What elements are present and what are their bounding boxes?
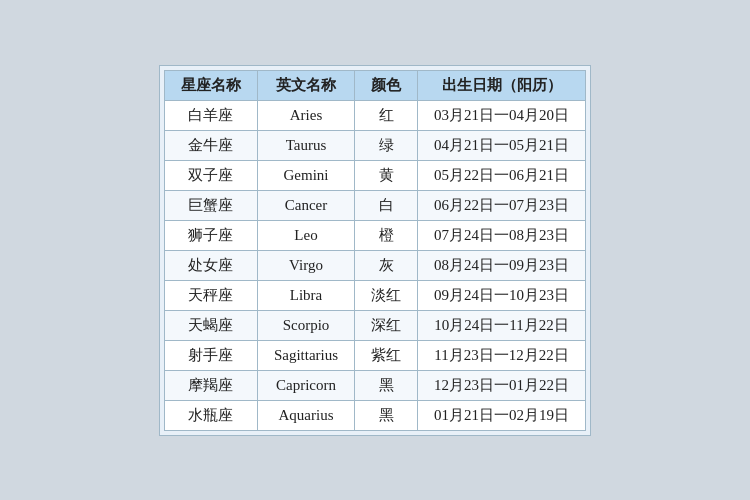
cell-english-name: Sagittarius xyxy=(257,340,354,370)
cell-color: 黄 xyxy=(355,160,418,190)
cell-english-name: Libra xyxy=(257,280,354,310)
table-row: 摩羯座Capricorn黑12月23日一01月22日 xyxy=(164,370,585,400)
cell-dates: 03月21日一04月20日 xyxy=(418,100,586,130)
cell-dates: 10月24日一11月22日 xyxy=(418,310,586,340)
cell-english-name: Capricorn xyxy=(257,370,354,400)
cell-dates: 05月22日一06月21日 xyxy=(418,160,586,190)
cell-english-name: Aquarius xyxy=(257,400,354,430)
cell-color: 绿 xyxy=(355,130,418,160)
cell-english-name: Taurus xyxy=(257,130,354,160)
cell-color: 橙 xyxy=(355,220,418,250)
cell-english-name: Virgo xyxy=(257,250,354,280)
cell-chinese-name: 狮子座 xyxy=(164,220,257,250)
cell-color: 淡红 xyxy=(355,280,418,310)
cell-english-name: Leo xyxy=(257,220,354,250)
header-dates: 出生日期（阳历） xyxy=(418,70,586,100)
table-row: 水瓶座Aquarius黑01月21日一02月19日 xyxy=(164,400,585,430)
cell-color: 红 xyxy=(355,100,418,130)
cell-dates: 08月24日一09月23日 xyxy=(418,250,586,280)
cell-chinese-name: 金牛座 xyxy=(164,130,257,160)
cell-dates: 09月24日一10月23日 xyxy=(418,280,586,310)
cell-color: 深红 xyxy=(355,310,418,340)
cell-english-name: Gemini xyxy=(257,160,354,190)
header-chinese-name: 星座名称 xyxy=(164,70,257,100)
cell-color: 灰 xyxy=(355,250,418,280)
table-row: 巨蟹座Cancer白06月22日一07月23日 xyxy=(164,190,585,220)
zodiac-table: 星座名称 英文名称 颜色 出生日期（阳历） 白羊座Aries红03月21日一04… xyxy=(164,70,586,431)
cell-color: 黑 xyxy=(355,370,418,400)
cell-chinese-name: 摩羯座 xyxy=(164,370,257,400)
cell-color: 黑 xyxy=(355,400,418,430)
cell-chinese-name: 白羊座 xyxy=(164,100,257,130)
cell-chinese-name: 双子座 xyxy=(164,160,257,190)
cell-dates: 11月23日一12月22日 xyxy=(418,340,586,370)
cell-english-name: Aries xyxy=(257,100,354,130)
table-row: 处女座Virgo灰08月24日一09月23日 xyxy=(164,250,585,280)
header-color: 颜色 xyxy=(355,70,418,100)
table-row: 双子座Gemini黄05月22日一06月21日 xyxy=(164,160,585,190)
cell-chinese-name: 巨蟹座 xyxy=(164,190,257,220)
table-row: 天秤座Libra淡红09月24日一10月23日 xyxy=(164,280,585,310)
cell-dates: 01月21日一02月19日 xyxy=(418,400,586,430)
cell-chinese-name: 水瓶座 xyxy=(164,400,257,430)
cell-chinese-name: 天蝎座 xyxy=(164,310,257,340)
table-row: 天蝎座Scorpio深红10月24日一11月22日 xyxy=(164,310,585,340)
cell-dates: 04月21日一05月21日 xyxy=(418,130,586,160)
cell-color: 紫红 xyxy=(355,340,418,370)
table-body: 白羊座Aries红03月21日一04月20日金牛座Taurus绿04月21日一0… xyxy=(164,100,585,430)
table-header-row: 星座名称 英文名称 颜色 出生日期（阳历） xyxy=(164,70,585,100)
cell-color: 白 xyxy=(355,190,418,220)
table-row: 金牛座Taurus绿04月21日一05月21日 xyxy=(164,130,585,160)
cell-dates: 12月23日一01月22日 xyxy=(418,370,586,400)
cell-chinese-name: 天秤座 xyxy=(164,280,257,310)
table-row: 狮子座Leo橙07月24日一08月23日 xyxy=(164,220,585,250)
cell-english-name: Cancer xyxy=(257,190,354,220)
header-english-name: 英文名称 xyxy=(257,70,354,100)
table-row: 射手座Sagittarius紫红11月23日一12月22日 xyxy=(164,340,585,370)
table-row: 白羊座Aries红03月21日一04月20日 xyxy=(164,100,585,130)
cell-chinese-name: 处女座 xyxy=(164,250,257,280)
zodiac-table-container: 星座名称 英文名称 颜色 出生日期（阳历） 白羊座Aries红03月21日一04… xyxy=(159,65,591,436)
cell-dates: 07月24日一08月23日 xyxy=(418,220,586,250)
cell-chinese-name: 射手座 xyxy=(164,340,257,370)
cell-dates: 06月22日一07月23日 xyxy=(418,190,586,220)
cell-english-name: Scorpio xyxy=(257,310,354,340)
